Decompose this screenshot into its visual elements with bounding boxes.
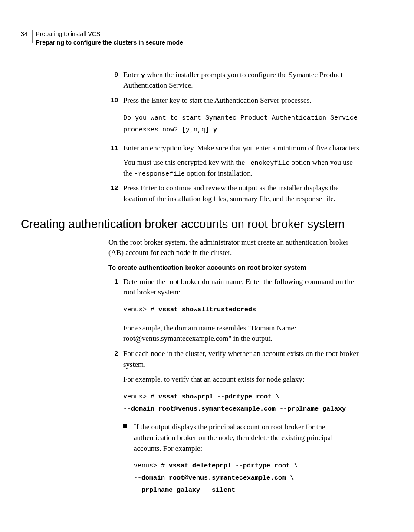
header-section: Preparing to configure the clusters in s… [36,38,183,47]
code-block: venus> # vssat showalltrustedcreds [123,304,362,316]
step-number: 11 [108,143,118,153]
header-chapter: Preparing to install VCS [36,29,183,38]
step-text: Enter y when the installer prompts you t… [123,70,362,91]
step-9: 9 Enter y when the installer prompts you… [108,70,362,91]
step-text: Press Enter to continue and review the o… [123,183,362,204]
step-11: 11 Enter an encryption key. Make sure th… [108,143,362,179]
section-heading: Creating authentication broker accounts … [21,216,362,233]
section-intro: On the root broker system, the administr… [108,237,362,258]
procedure-title: To create authentication broker accounts… [108,263,362,272]
step-number: 9 [108,70,118,79]
step-number: 1 [108,277,118,286]
code-block: Do you want to start Symantec Product Au… [123,112,362,137]
step-number: 10 [108,95,118,105]
bullet-text: If the output displays the principal acc… [134,422,362,454]
step-2: 2 For each node in the cluster, verify w… [108,349,362,496]
step-text: Press the Enter key to start the Authent… [123,95,362,106]
sub-bullet: If the output displays the principal acc… [123,422,362,496]
step-number: 2 [108,349,118,358]
code-block: venus> # vssat showprpl --pdrtype root \… [123,391,362,415]
step-10: 10 Press the Enter key to start the Auth… [108,95,362,136]
step-text: Determine the root broker domain name. E… [123,277,362,298]
step-12: 12 Press Enter to continue and review th… [108,183,362,204]
step-1: 1 Determine the root broker domain name.… [108,277,362,344]
step-text: For each node in the cluster, verify whe… [123,349,362,370]
code-block: venus> # vssat deleteprpl --pdrtype root… [134,460,362,496]
page-header: 34 Preparing to install VCS Preparing to… [21,29,362,47]
header-divider [32,30,33,43]
page-number: 34 [21,29,28,38]
step-text: You must use this encrypted key with the… [123,157,362,179]
square-bullet-icon [123,424,127,428]
step-text: Enter an encryption key. Make sure that … [123,143,362,154]
step-number: 12 [108,183,118,193]
step-text: For example, the domain name resembles "… [123,323,362,344]
step-text: For example, to verify that an account e… [123,374,362,385]
